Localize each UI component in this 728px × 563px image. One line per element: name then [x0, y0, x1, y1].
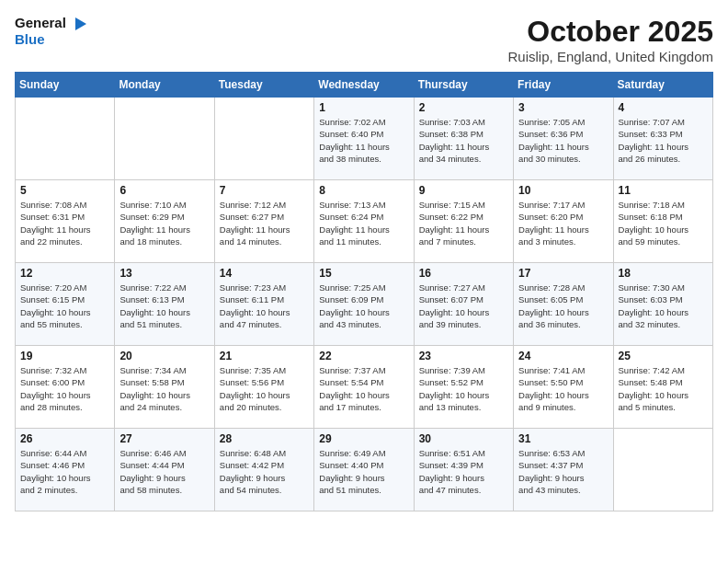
day-number: 21	[220, 350, 309, 362]
calendar-cell: 31Sunrise: 6:53 AMSunset: 4:37 PMDayligh…	[514, 429, 613, 511]
day-number: 31	[518, 432, 608, 445]
day-number: 13	[119, 267, 209, 280]
day-number: 22	[319, 350, 408, 362]
calendar-table: SundayMondayTuesdayWednesdayThursdayFrid…	[15, 72, 713, 511]
day-number: 19	[20, 350, 109, 362]
day-info: Sunrise: 7:12 AMSunset: 6:27 PMDaylight:…	[220, 199, 309, 247]
calendar-cell: 19Sunrise: 7:32 AMSunset: 6:00 PMDayligh…	[16, 346, 115, 429]
calendar-header-tuesday: Tuesday	[214, 73, 313, 98]
day-number: 4	[619, 101, 708, 114]
calendar-cell: 25Sunrise: 7:42 AMSunset: 5:48 PMDayligh…	[613, 346, 712, 429]
day-number: 26	[20, 432, 109, 445]
day-number: 27	[119, 432, 209, 445]
calendar-cell: 10Sunrise: 7:17 AMSunset: 6:20 PMDayligh…	[514, 180, 613, 263]
calendar-week-row: 12Sunrise: 7:20 AMSunset: 6:15 PMDayligh…	[16, 263, 713, 346]
day-number: 6	[119, 184, 209, 197]
calendar-cell: 15Sunrise: 7:25 AMSunset: 6:09 PMDayligh…	[314, 263, 414, 346]
day-number: 7	[220, 184, 309, 197]
day-number: 5	[20, 184, 109, 197]
calendar-cell: 21Sunrise: 7:35 AMSunset: 5:56 PMDayligh…	[214, 346, 313, 429]
calendar-header-row: SundayMondayTuesdayWednesdayThursdayFrid…	[16, 73, 713, 98]
day-info: Sunrise: 7:03 AMSunset: 6:38 PMDaylight:…	[419, 116, 508, 165]
day-number: 29	[319, 432, 408, 445]
day-number: 12	[20, 267, 109, 280]
day-info: Sunrise: 7:13 AMSunset: 6:24 PMDaylight:…	[319, 199, 408, 247]
day-info: Sunrise: 6:48 AMSunset: 4:42 PMDaylight:…	[220, 447, 309, 496]
day-info: Sunrise: 7:34 AMSunset: 5:58 PMDaylight:…	[119, 364, 209, 413]
day-info: Sunrise: 7:07 AMSunset: 6:33 PMDaylight:…	[619, 116, 708, 165]
day-number: 11	[619, 184, 708, 197]
calendar-week-row: 19Sunrise: 7:32 AMSunset: 6:00 PMDayligh…	[16, 346, 713, 429]
day-info: Sunrise: 6:44 AMSunset: 4:46 PMDaylight:…	[20, 447, 109, 496]
day-info: Sunrise: 7:28 AMSunset: 6:05 PMDaylight:…	[518, 282, 608, 330]
day-info: Sunrise: 7:32 AMSunset: 6:00 PMDaylight:…	[20, 364, 109, 413]
day-info: Sunrise: 7:15 AMSunset: 6:22 PMDaylight:…	[419, 199, 508, 247]
day-info: Sunrise: 7:25 AMSunset: 6:09 PMDaylight:…	[319, 282, 408, 330]
day-number: 9	[419, 184, 508, 197]
day-info: Sunrise: 6:46 AMSunset: 4:44 PMDaylight:…	[119, 447, 209, 496]
calendar-week-row: 26Sunrise: 6:44 AMSunset: 4:46 PMDayligh…	[16, 429, 713, 511]
day-info: Sunrise: 7:30 AMSunset: 6:03 PMDaylight:…	[619, 282, 708, 330]
day-info: Sunrise: 7:18 AMSunset: 6:18 PMDaylight:…	[619, 199, 708, 247]
day-number: 14	[220, 267, 309, 280]
day-info: Sunrise: 7:17 AMSunset: 6:20 PMDaylight:…	[518, 199, 608, 247]
month-title: October 2025	[508, 15, 713, 49]
day-info: Sunrise: 6:51 AMSunset: 4:39 PMDaylight:…	[419, 447, 508, 496]
day-number: 3	[518, 101, 608, 114]
calendar-cell: 18Sunrise: 7:30 AMSunset: 6:03 PMDayligh…	[613, 263, 712, 346]
day-number: 28	[220, 432, 309, 445]
day-number: 25	[619, 350, 708, 362]
day-info: Sunrise: 7:35 AMSunset: 5:56 PMDaylight:…	[220, 364, 309, 413]
day-number: 24	[518, 350, 608, 362]
day-info: Sunrise: 7:02 AMSunset: 6:40 PMDaylight:…	[319, 116, 408, 165]
day-info: Sunrise: 7:23 AMSunset: 6:11 PMDaylight:…	[220, 282, 309, 330]
calendar-cell: 22Sunrise: 7:37 AMSunset: 5:54 PMDayligh…	[314, 346, 414, 429]
day-number: 10	[518, 184, 608, 197]
calendar-cell: 26Sunrise: 6:44 AMSunset: 4:46 PMDayligh…	[16, 429, 115, 511]
logo-arrow-icon	[70, 17, 86, 30]
day-number: 1	[319, 101, 408, 114]
calendar-cell: 11Sunrise: 7:18 AMSunset: 6:18 PMDayligh…	[613, 180, 712, 263]
calendar-cell	[214, 98, 313, 180]
calendar-header-saturday: Saturday	[613, 73, 712, 98]
calendar-header-thursday: Thursday	[414, 73, 513, 98]
calendar-cell: 4Sunrise: 7:07 AMSunset: 6:33 PMDaylight…	[613, 98, 712, 180]
calendar-cell: 13Sunrise: 7:22 AMSunset: 6:13 PMDayligh…	[115, 263, 214, 346]
day-number: 30	[419, 432, 508, 445]
day-info: Sunrise: 6:53 AMSunset: 4:37 PMDaylight:…	[518, 447, 608, 496]
calendar-cell: 12Sunrise: 7:20 AMSunset: 6:15 PMDayligh…	[16, 263, 115, 346]
day-info: Sunrise: 6:49 AMSunset: 4:40 PMDaylight:…	[319, 447, 408, 496]
calendar-header-wednesday: Wednesday	[314, 73, 414, 98]
page-header: General Blue October 2025 Ruislip, Engla…	[15, 15, 713, 64]
location: Ruislip, England, United Kingdom	[508, 49, 713, 64]
day-number: 23	[419, 350, 508, 362]
calendar-cell	[115, 98, 214, 180]
day-info: Sunrise: 7:10 AMSunset: 6:29 PMDaylight:…	[119, 199, 209, 247]
calendar-cell: 9Sunrise: 7:15 AMSunset: 6:22 PMDaylight…	[414, 180, 513, 263]
calendar-cell: 5Sunrise: 7:08 AMSunset: 6:31 PMDaylight…	[16, 180, 115, 263]
calendar-cell: 6Sunrise: 7:10 AMSunset: 6:29 PMDaylight…	[115, 180, 214, 263]
calendar-week-row: 5Sunrise: 7:08 AMSunset: 6:31 PMDaylight…	[16, 180, 713, 263]
calendar-cell	[16, 98, 115, 180]
day-number: 20	[119, 350, 209, 362]
calendar-week-row: 1Sunrise: 7:02 AMSunset: 6:40 PMDaylight…	[16, 98, 713, 180]
calendar-cell	[613, 429, 712, 511]
calendar-cell: 24Sunrise: 7:41 AMSunset: 5:50 PMDayligh…	[514, 346, 613, 429]
day-info: Sunrise: 7:41 AMSunset: 5:50 PMDaylight:…	[518, 364, 608, 413]
calendar-cell: 28Sunrise: 6:48 AMSunset: 4:42 PMDayligh…	[214, 429, 313, 511]
day-info: Sunrise: 7:27 AMSunset: 6:07 PMDaylight:…	[419, 282, 508, 330]
svg-marker-0	[75, 17, 86, 30]
calendar-cell: 2Sunrise: 7:03 AMSunset: 6:38 PMDaylight…	[414, 98, 513, 180]
day-number: 17	[518, 267, 608, 280]
calendar-cell: 30Sunrise: 6:51 AMSunset: 4:39 PMDayligh…	[414, 429, 513, 511]
calendar-cell: 14Sunrise: 7:23 AMSunset: 6:11 PMDayligh…	[214, 263, 313, 346]
calendar-header-monday: Monday	[115, 73, 214, 98]
day-number: 18	[619, 267, 708, 280]
calendar-cell: 8Sunrise: 7:13 AMSunset: 6:24 PMDaylight…	[314, 180, 414, 263]
calendar-cell: 17Sunrise: 7:28 AMSunset: 6:05 PMDayligh…	[514, 263, 613, 346]
day-info: Sunrise: 7:08 AMSunset: 6:31 PMDaylight:…	[20, 199, 109, 247]
logo: General Blue	[15, 15, 86, 48]
day-number: 8	[319, 184, 408, 197]
calendar-cell: 29Sunrise: 6:49 AMSunset: 4:40 PMDayligh…	[314, 429, 414, 511]
calendar-cell: 16Sunrise: 7:27 AMSunset: 6:07 PMDayligh…	[414, 263, 513, 346]
